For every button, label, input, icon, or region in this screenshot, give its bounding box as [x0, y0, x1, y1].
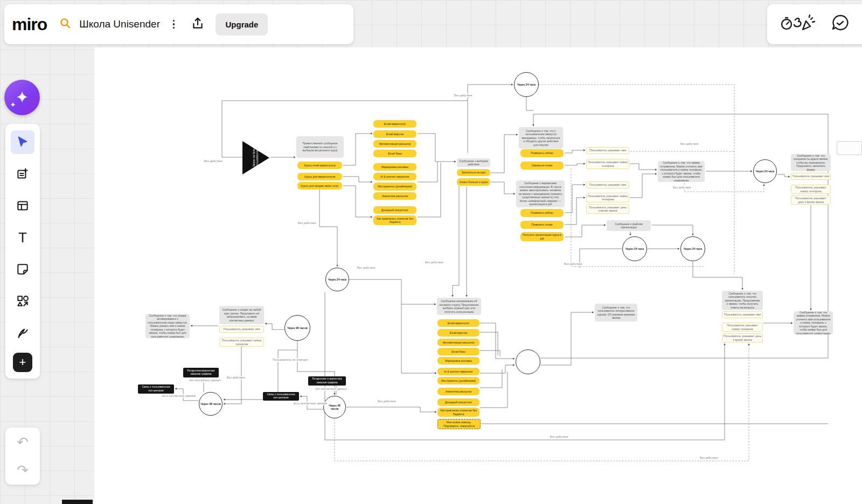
- message-node[interactable]: Сообщение о том, что специалисты ждали з…: [791, 154, 831, 171]
- sticky-option-node[interactable]: Позвонить сейчас: [520, 149, 564, 157]
- reactions-icon[interactable]: [780, 11, 818, 37]
- undo-icon[interactable]: ↶: [17, 435, 29, 449]
- sticky-option-node[interactable]: Email-вёрстка: [373, 130, 416, 138]
- export-icon[interactable]: [191, 16, 205, 32]
- board-menu-kebab-icon[interactable]: [168, 17, 180, 32]
- select-tool[interactable]: [11, 130, 34, 154]
- sticky-option-node[interactable]: AI & контент-маркетинг: [373, 173, 416, 180]
- action-node[interactable]: Ретаргетинг/аналитика каналов трафика: [183, 368, 219, 377]
- user-input-node[interactable]: Пользователь указывает имя: [219, 326, 264, 333]
- edge-label: Без действия: [377, 400, 397, 403]
- edge-label: Без действия: [680, 142, 699, 146]
- timer-node[interactable]: Через 48 часов: [323, 396, 346, 418]
- sticky-option-node[interactable]: Автоматизация рассылок: [437, 339, 479, 346]
- sticky-option-node[interactable]: Узнать больше о курсе: [457, 178, 490, 186]
- sticky-option-node[interactable]: Курсы email-маркетолога: [297, 162, 342, 169]
- redo-icon[interactable]: ↷: [17, 463, 29, 477]
- timer-node[interactable]: Через 24 часа: [514, 72, 539, 97]
- sticky-note-tool[interactable]: [11, 257, 34, 281]
- sticky-option-node[interactable]: Email-маркетолог: [437, 319, 479, 327]
- help-option-node[interactable]: Мне нужна помощь. Подскажите, пожалуйста: [437, 419, 481, 429]
- creation-toolbar: T +: [5, 124, 40, 379]
- upgrade-button[interactable]: Upgrade: [215, 13, 268, 36]
- message-node[interactable]: Сообщение о том, что с пользователем свя…: [519, 127, 563, 149]
- user-input-node[interactable]: Пользователь указывает номер телефона: [586, 159, 629, 169]
- message-node[interactable]: Приветственное сообщение смайликами со ш…: [296, 136, 344, 158]
- user-input-node[interactable]: Пользователь указывает номер телефона: [219, 338, 264, 347]
- edge-label: Пользователь не отвечает: [272, 358, 309, 362]
- message-node[interactable]: Сообщение о том, что пользователь получи…: [722, 291, 763, 310]
- user-input-node[interactable]: Пользователь указывает день и время звон…: [791, 195, 831, 205]
- timer-node[interactable]: Через 24 часа: [622, 236, 647, 261]
- user-input-node[interactable]: Пользователь указывает номер телефона: [791, 185, 831, 194]
- sticky-option-node[interactable]: Как привлекать клиентов без бюджета: [437, 408, 479, 417]
- sticky-option-node[interactable]: AI & контент-маркетинг: [437, 368, 479, 375]
- sticky-option-node[interactable]: Инструменты (дизайнерам): [437, 377, 479, 384]
- timer-node[interactable]: Через 96 часов: [284, 315, 310, 341]
- user-input-node[interactable]: Пользователь указывает имя: [791, 173, 831, 180]
- sticky-option-node[interactable]: Маркировка рекламы: [437, 357, 479, 365]
- start-trigger-node[interactable]: Запуск чат-бота пользователем: [242, 141, 269, 174]
- message-node[interactable]: Сообщение о том, что пользователь интере…: [595, 304, 637, 321]
- message-node[interactable]: Сообщение-напоминание об интересе к курс…: [437, 298, 481, 315]
- sticky-option-node[interactable]: Автоматизация рассылок: [373, 140, 416, 148]
- message-node[interactable]: Сообщение о том, что заявка отправлена. …: [794, 311, 833, 334]
- sticky-option-node[interactable]: Email-базы: [437, 348, 479, 355]
- sticky-option-node[interactable]: Как привлекать клиентов без бюджета: [373, 215, 416, 225]
- message-node[interactable]: Сообщение с вариантами получения информа…: [516, 180, 565, 207]
- timer-node[interactable]: Через 24 часа: [325, 268, 349, 291]
- sticky-option-node[interactable]: Связаться позже: [520, 162, 564, 170]
- sticky-option-node[interactable]: Аналитика рассылок: [437, 388, 479, 395]
- edge-label: Без действия: [425, 261, 444, 264]
- templates-tool[interactable]: [11, 162, 34, 186]
- message-node[interactable]: Сообщение о том, что скидка активирована…: [145, 314, 190, 338]
- timer-node[interactable]: [516, 349, 540, 374]
- more-tools-button[interactable]: +: [13, 353, 32, 372]
- action-node[interactable]: Ретаргетинг и аналитика каналов трафика: [308, 376, 346, 386]
- miro-logo[interactable]: miro: [12, 15, 47, 34]
- sticky-option-node[interactable]: Email-маркетолог: [373, 120, 416, 128]
- sticky-option-node[interactable]: Инструменты (дизайнерам): [373, 183, 416, 191]
- message-node[interactable]: Сообщение о скидке на любой курс школы. …: [219, 306, 264, 324]
- edge-label: Нет контактных данных: [315, 387, 347, 391]
- message-node[interactable]: Сообщение с выбором действия: [457, 158, 490, 167]
- user-input-node[interactable]: Пользователь указывает день и время звон…: [722, 333, 763, 342]
- timer-node[interactable]: Через 24 часа: [753, 159, 777, 183]
- user-input-node[interactable]: Пользователь указывает имя: [586, 147, 629, 154]
- timer-node[interactable]: Через 24 часа: [680, 236, 705, 261]
- action-node[interactable]: Связь с пользователем кол-центром: [263, 392, 299, 401]
- pen-tool[interactable]: [11, 321, 34, 345]
- message-node[interactable]: Сообщение о том, что заявка отправлена. …: [658, 161, 705, 182]
- sticky-option-node[interactable]: Позвонить позже: [520, 221, 564, 229]
- user-input-node[interactable]: Пользователь указывает имя: [586, 181, 629, 188]
- sticky-option-node[interactable]: Доходный консалтинг: [437, 398, 479, 406]
- text-tool[interactable]: T: [11, 226, 34, 249]
- comments-icon[interactable]: [830, 12, 851, 36]
- board-title[interactable]: Школа Unisender: [79, 18, 160, 30]
- user-input-node[interactable]: Пользователь указывает номер телефона: [722, 323, 763, 332]
- timer-node[interactable]: Через 48 часов: [199, 392, 223, 416]
- edge-label: Нет контактных данных: [189, 379, 221, 382]
- sticky-option-node[interactable]: Получить презентацию курса в pdf: [520, 232, 564, 241]
- sticky-option-node[interactable]: Записаться на курс: [457, 169, 490, 176]
- sticky-option-node[interactable]: Курсы для маркетологов: [297, 173, 342, 180]
- cutoff-node[interactable]: [837, 141, 862, 155]
- sticky-option-node[interactable]: Email-вёрстка: [437, 329, 479, 337]
- ai-assistant-button[interactable]: ✦ ✦: [4, 80, 40, 115]
- message-node[interactable]: Сообщение с файлом презентации: [607, 220, 651, 231]
- sticky-option-node[interactable]: Курсы для продаж своих услуг: [297, 182, 342, 190]
- frames-tool[interactable]: [11, 194, 34, 218]
- sticky-option-node[interactable]: Email-базы: [373, 150, 416, 157]
- user-input-node[interactable]: Пользователь указывает день и время звон…: [586, 204, 629, 214]
- sticky-option-node[interactable]: Позвонить сейчас: [520, 209, 564, 217]
- sticky-option-node[interactable]: Доходный консалтинг: [373, 206, 416, 214]
- shapes-tool[interactable]: [11, 289, 34, 313]
- sticky-option-node[interactable]: Аналитика рассылок: [373, 192, 416, 200]
- top-right-toolbar: [767, 4, 862, 44]
- search-icon[interactable]: [59, 17, 72, 32]
- user-input-node[interactable]: Пользователь указывает номер телефона: [586, 193, 629, 202]
- minimized-element[interactable]: [62, 500, 93, 504]
- sticky-option-node[interactable]: Маркировка рекламы: [373, 163, 416, 171]
- action-node[interactable]: Связь с пользователем кол-центром: [138, 384, 174, 394]
- user-input-node[interactable]: Пользователь указывает имя: [722, 311, 763, 318]
